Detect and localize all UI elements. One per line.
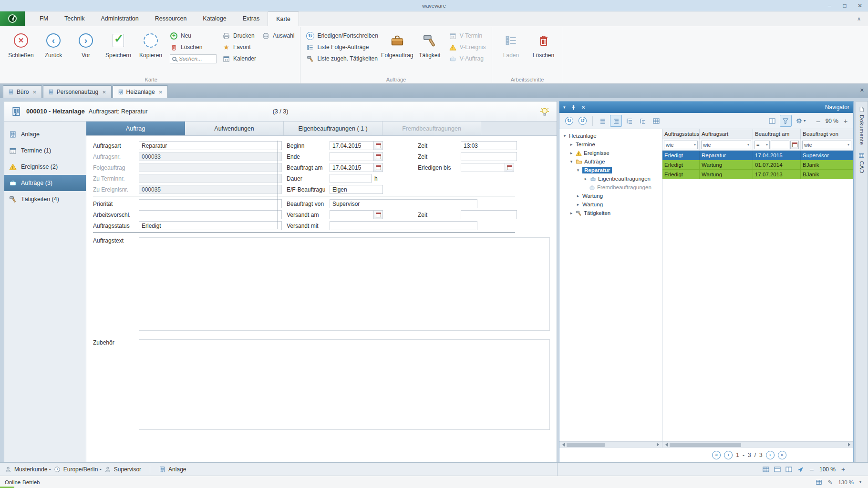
menu-item-ressourcen[interactable]: Ressourcen bbox=[147, 11, 195, 26]
filter-dropdown[interactable]: wie▾ bbox=[701, 141, 751, 149]
favorit-button[interactable]: ★ Favorit bbox=[219, 41, 259, 53]
tab-close-icon[interactable]: ✕ bbox=[159, 90, 163, 95]
caret-down-icon[interactable]: ▾ bbox=[562, 133, 567, 138]
scroll-left-arrow-icon[interactable] bbox=[559, 442, 566, 448]
menu-item-technik[interactable]: Technik bbox=[56, 11, 93, 26]
menu-item-administration[interactable]: Administration bbox=[93, 11, 146, 26]
tree-horizontal-scrollbar[interactable] bbox=[559, 441, 662, 447]
zurueck-button[interactable]: ‹ Zurück bbox=[37, 28, 70, 59]
prioritaet-field[interactable] bbox=[139, 199, 282, 208]
side-tab-cad[interactable]: CAD bbox=[858, 152, 865, 173]
sidebar-item-taetigkeiten[interactable]: Tätigkeiten (4) bbox=[4, 191, 86, 207]
chevron-down-icon[interactable]: ▾ bbox=[563, 105, 566, 110]
table-row[interactable]: Erledigt Wartung 17.07.2013 BJanik bbox=[662, 170, 853, 179]
display-grid-icon[interactable] bbox=[816, 479, 822, 486]
arbeitsvorschlag-field[interactable] bbox=[139, 210, 282, 219]
versandt-am-date-field[interactable] bbox=[330, 210, 383, 219]
table-view-button[interactable] bbox=[650, 115, 662, 127]
pin-icon[interactable] bbox=[570, 104, 577, 111]
filter-operator-dropdown[interactable]: =▾ bbox=[754, 141, 770, 149]
beginn-date-field[interactable]: 17.04.2015 bbox=[330, 141, 383, 150]
navigate-icon[interactable] bbox=[796, 466, 804, 473]
menu-item-karte[interactable]: Karte bbox=[268, 11, 299, 26]
tree-item-heizanlage[interactable]: ▾ Heizanlage bbox=[560, 132, 662, 140]
doc-tab-heizanlage[interactable]: Heizanlage ✕ bbox=[113, 85, 168, 98]
arbeitsschritt-loeschen-button[interactable]: Löschen bbox=[527, 28, 560, 59]
erledigen-bis-date-field[interactable] bbox=[461, 163, 514, 172]
beauftragt-am-date-field[interactable]: 17.04.2015 bbox=[330, 163, 383, 172]
zeit-ende-field[interactable] bbox=[461, 152, 517, 161]
zeit-versandt-field[interactable] bbox=[461, 210, 517, 219]
maximize-button[interactable]: □ bbox=[837, 1, 852, 10]
tree-item-reparatur[interactable]: ▾ Reparatur bbox=[560, 166, 662, 174]
sidebar-item-ereignisse[interactable]: Ereignisse (2) bbox=[4, 159, 86, 175]
tree-item-auftraege[interactable]: ▾ Aufträge bbox=[560, 157, 662, 166]
auftragsstatus-field[interactable]: Erledigt bbox=[139, 221, 282, 230]
navigator-close-icon[interactable]: ✕ bbox=[581, 104, 586, 111]
last-page-button[interactable]: » bbox=[778, 451, 786, 459]
column-header-auftragsstatus[interactable]: Auftragsstatus bbox=[662, 129, 700, 139]
tree-view2-button[interactable] bbox=[637, 115, 649, 127]
dauer-field[interactable] bbox=[330, 174, 372, 183]
tree-item-eigenbeauftragungen[interactable]: ▸ Eigenbeauftragungen bbox=[560, 174, 662, 183]
menu-item-kataloge[interactable]: Kataloge bbox=[195, 11, 234, 26]
zoom-out-button[interactable]: – bbox=[808, 466, 816, 473]
table-horizontal-scrollbar[interactable] bbox=[662, 441, 853, 447]
flat-list-view-button[interactable] bbox=[597, 115, 609, 127]
tab-close-icon[interactable]: ✕ bbox=[102, 90, 106, 95]
date-picker-button[interactable] bbox=[373, 141, 383, 150]
auftragstext-textarea[interactable] bbox=[139, 237, 550, 331]
drucken-button[interactable]: Drucken bbox=[219, 30, 259, 41]
beauftragt-von-field[interactable]: Supervisor bbox=[330, 199, 477, 208]
erledigen-fortschreiben-button[interactable]: ↻ Erledigen/Fortschreiben bbox=[303, 30, 381, 41]
caret-right-icon[interactable]: ▸ bbox=[576, 193, 580, 198]
tree-item-taetigkeiten[interactable]: ▸ Tätigkeiten bbox=[560, 209, 662, 217]
form-tab-aufwendungen[interactable]: Aufwendungen bbox=[185, 122, 284, 135]
caret-down-icon[interactable]: ▾ bbox=[569, 159, 574, 164]
date-picker-button[interactable] bbox=[790, 141, 799, 149]
date-picker-button[interactable] bbox=[373, 152, 383, 161]
doc-tab-personenaufzug[interactable]: Personenaufzug ✕ bbox=[43, 85, 112, 98]
tree-item-ereignisse[interactable]: ▸ Ereignisse bbox=[560, 149, 662, 157]
scrollbar-thumb[interactable] bbox=[670, 443, 741, 447]
search-input[interactable] bbox=[179, 56, 214, 61]
date-picker-button[interactable] bbox=[373, 210, 383, 219]
form-tab-eigenbeauftragungen[interactable]: Eigenbeauftragungen ( 1 ) bbox=[284, 122, 382, 135]
column-header-auftragsart[interactable]: Auftragsart bbox=[700, 129, 753, 139]
zubehoer-textarea[interactable] bbox=[139, 339, 550, 430]
indented-list-view-button[interactable] bbox=[610, 115, 622, 127]
scroll-right-arrow-icon[interactable] bbox=[847, 442, 853, 448]
minimize-button[interactable]: – bbox=[822, 1, 837, 10]
loeschen-button[interactable]: Löschen bbox=[167, 41, 219, 53]
table-view-toggle-icon[interactable] bbox=[762, 466, 770, 473]
filter-date-input[interactable] bbox=[771, 141, 789, 149]
caret-right-icon[interactable]: ▸ bbox=[576, 202, 580, 207]
speichern-button[interactable]: ✓ Speichern bbox=[102, 28, 134, 59]
table-row[interactable]: Erledigt Wartung 01.07.2014 BJanik bbox=[662, 160, 853, 170]
caret-right-icon[interactable]: ▸ bbox=[569, 211, 574, 215]
column-header-beauftragt-von[interactable]: Beauftragt von bbox=[801, 129, 853, 139]
caret-right-icon[interactable]: ▸ bbox=[583, 176, 588, 181]
zeit-beginn-field[interactable]: 13:03 bbox=[461, 141, 517, 150]
doc-tab-buero[interactable]: Büro ✕ bbox=[3, 85, 42, 98]
chevron-down-icon[interactable]: ▾ bbox=[859, 480, 861, 484]
sidebar-item-anlage[interactable]: Anlage bbox=[4, 126, 86, 142]
zoom-in-button[interactable]: + bbox=[839, 466, 847, 473]
auswahl-button[interactable]: Auswahl bbox=[259, 30, 297, 41]
collapse-ribbon-button[interactable]: ∧ bbox=[854, 13, 864, 24]
caret-right-icon[interactable]: ▸ bbox=[569, 151, 574, 155]
tree-item-termine[interactable]: ▸ Termine bbox=[560, 140, 662, 149]
liste-folgeauftraege-button[interactable]: Liste Folge-Aufträge bbox=[303, 41, 381, 53]
folgeauftrag-button[interactable]: Folgeauftrag bbox=[381, 28, 413, 59]
kopieren-button[interactable]: Kopieren bbox=[134, 28, 167, 59]
zoom-out-button[interactable]: – bbox=[815, 117, 822, 125]
vor-button[interactable]: › Vor bbox=[70, 28, 102, 59]
filter-button[interactable] bbox=[780, 115, 792, 127]
sidebar-item-termine[interactable]: Termine (1) bbox=[4, 142, 86, 159]
side-tab-dokumente[interactable]: Dokumente bbox=[858, 106, 865, 145]
reload-path-button[interactable]: ↺ bbox=[577, 115, 589, 127]
sidebar-item-auftraege[interactable]: Aufträge (3) bbox=[4, 175, 86, 191]
hint-bulb-button[interactable] bbox=[539, 106, 550, 117]
date-picker-button[interactable] bbox=[505, 163, 514, 172]
zoom-in-button[interactable]: + bbox=[842, 117, 849, 125]
